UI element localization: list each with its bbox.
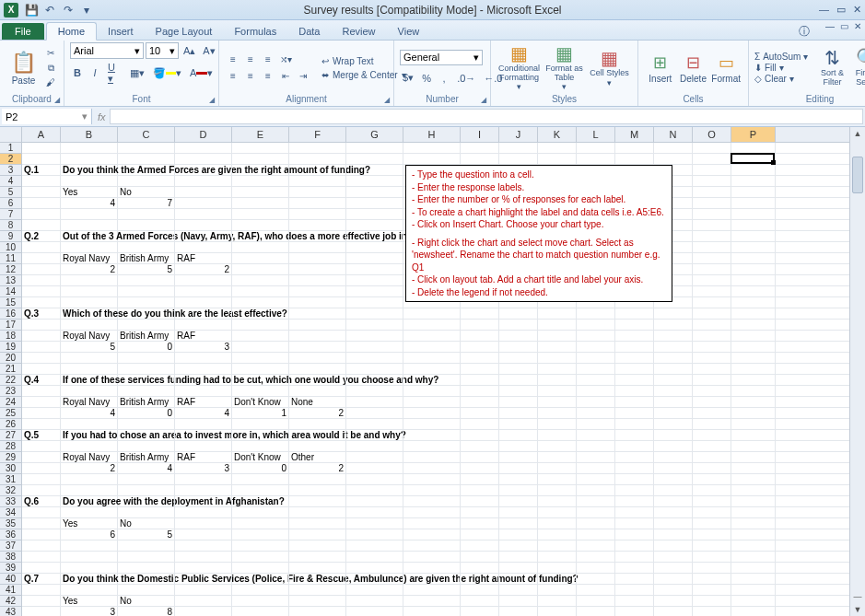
col-header-D[interactable]: D xyxy=(175,127,232,142)
row-header-23[interactable]: 23 xyxy=(0,386,21,397)
qat-customize-icon[interactable]: ▾ xyxy=(78,2,95,18)
cell-B3[interactable]: Do you think the Armed Forces are given … xyxy=(61,165,118,175)
wb-restore-button[interactable]: ▭ xyxy=(840,21,848,31)
tab-insert[interactable]: Insert xyxy=(97,23,145,40)
vertical-scrollbar[interactable]: ▲ — ▼ xyxy=(849,143,865,616)
row-header-25[interactable]: 25 xyxy=(0,408,21,419)
font-color-button[interactable]: A▾ xyxy=(187,64,216,81)
align-center-button[interactable]: ≡ xyxy=(242,69,259,84)
col-header-N[interactable]: N xyxy=(654,127,693,142)
format-painter-button[interactable]: 🖌 xyxy=(43,76,58,89)
cell-C25[interactable]: 0 xyxy=(118,408,175,418)
cell-B12[interactable]: 2 xyxy=(61,264,118,274)
number-format-select[interactable]: General▾ xyxy=(400,50,483,65)
cell-styles-button[interactable]: ▦Cell Styles▾ xyxy=(587,48,632,88)
col-header-E[interactable]: E xyxy=(232,127,289,142)
row-header-18[interactable]: 18 xyxy=(0,331,21,342)
help-icon[interactable]: ⓘ xyxy=(799,24,810,40)
scroll-down-icon[interactable]: ▼ xyxy=(850,603,865,616)
maximize-button[interactable]: ▭ xyxy=(836,4,846,16)
col-header-P[interactable]: P xyxy=(731,127,776,142)
cell-B27[interactable]: If you had to chose an area to invest mo… xyxy=(61,430,118,440)
cell-B19[interactable]: 5 xyxy=(61,342,118,352)
autosum-button[interactable]: Σ AutoSum ▾ xyxy=(754,52,814,62)
row-header-7[interactable]: 7 xyxy=(0,209,21,220)
cell-E29[interactable]: Don't Know xyxy=(232,452,289,462)
decrease-indent-button[interactable]: ⇤ xyxy=(277,69,294,84)
cell-C29[interactable]: British Army xyxy=(118,452,175,462)
cell-C6[interactable]: 7 xyxy=(118,198,175,208)
cell-B40[interactable]: Do you think the Domestic Public Service… xyxy=(61,574,118,584)
col-header-K[interactable]: K xyxy=(538,127,577,142)
increase-indent-button[interactable]: ⇥ xyxy=(295,69,311,84)
row-header-29[interactable]: 29 xyxy=(0,452,21,463)
cell-F24[interactable]: None xyxy=(289,397,346,407)
cell-B30[interactable]: 2 xyxy=(61,463,118,473)
col-header-G[interactable]: G xyxy=(346,127,403,142)
col-header-I[interactable]: I xyxy=(461,127,499,142)
wb-close-button[interactable]: ✕ xyxy=(854,21,861,31)
row-header-17[interactable]: 17 xyxy=(0,320,21,331)
cell-D11[interactable]: RAF xyxy=(175,253,232,263)
format-cells-button[interactable]: ▭Format xyxy=(709,52,742,84)
tab-file[interactable]: File xyxy=(2,23,44,40)
clipboard-launcher-icon[interactable]: ◢ xyxy=(53,95,62,104)
delete-cells-button[interactable]: ⊟Delete xyxy=(677,52,710,84)
fill-button[interactable]: ⬇ Fill ▾ xyxy=(754,63,814,73)
row-header-28[interactable]: 28 xyxy=(0,441,21,452)
align-top-button[interactable]: ≡ xyxy=(225,52,241,67)
cell-C36[interactable]: 5 xyxy=(118,529,175,540)
cell-C35[interactable]: No xyxy=(118,518,175,529)
row-header-11[interactable]: 11 xyxy=(0,253,21,264)
row-header-8[interactable]: 8 xyxy=(0,220,21,231)
cell-B29[interactable]: Royal Navy xyxy=(61,452,118,462)
row-header-32[interactable]: 32 xyxy=(0,485,21,496)
alignment-launcher-icon[interactable]: ◢ xyxy=(382,95,392,104)
row-header-38[interactable]: 38 xyxy=(0,552,21,563)
col-header-J[interactable]: J xyxy=(499,127,538,142)
cell-D29[interactable]: RAF xyxy=(175,452,232,462)
row-header-42[interactable]: 42 xyxy=(0,596,21,607)
cell-A3[interactable]: Q.1 xyxy=(22,165,61,175)
row-header-15[interactable]: 15 xyxy=(0,297,21,308)
redo-button[interactable]: ↷ xyxy=(60,2,76,18)
formula-input[interactable] xyxy=(110,109,863,124)
cell-F30[interactable]: 2 xyxy=(289,463,346,473)
cell-C42[interactable]: No xyxy=(118,596,175,606)
row-header-1[interactable]: 1 xyxy=(0,143,21,154)
cell-E30[interactable]: 0 xyxy=(232,463,289,473)
wb-minimize-button[interactable]: — xyxy=(825,21,835,31)
col-header-A[interactable]: A xyxy=(22,127,61,142)
cell-E25[interactable]: 1 xyxy=(232,408,289,418)
find-select-button[interactable]: 🔍Find & Select xyxy=(850,48,865,87)
row-header-22[interactable]: 22 xyxy=(0,375,21,386)
cell-B9[interactable]: Out of the 3 Armed Forces (Navy, Army, R… xyxy=(61,231,118,241)
cell-F29[interactable]: Other xyxy=(289,452,346,462)
row-header-39[interactable]: 39 xyxy=(0,563,21,574)
row-header-33[interactable]: 33 xyxy=(0,496,21,507)
row-header-10[interactable]: 10 xyxy=(0,242,21,253)
cell-C5[interactable]: No xyxy=(118,187,175,197)
scroll-thumb[interactable] xyxy=(852,157,863,193)
cell-B33[interactable]: Do you agree with the deployment in Afgh… xyxy=(61,496,118,506)
select-all-corner[interactable] xyxy=(0,127,22,142)
cell-B25[interactable]: 4 xyxy=(61,408,118,418)
orientation-button[interactable]: ⤭▾ xyxy=(277,52,294,67)
cell-D30[interactable]: 3 xyxy=(175,463,232,473)
cell-F25[interactable]: 2 xyxy=(289,408,346,418)
row-header-30[interactable]: 30 xyxy=(0,463,21,474)
cell-A27[interactable]: Q.5 xyxy=(22,430,61,440)
cell-A22[interactable]: Q.4 xyxy=(22,375,61,385)
row-header-21[interactable]: 21 xyxy=(0,364,21,375)
cell-B6[interactable]: 4 xyxy=(61,198,118,208)
row-header-2[interactable]: 2 xyxy=(0,154,21,165)
row-header-24[interactable]: 24 xyxy=(0,397,21,408)
insert-cells-button[interactable]: ⊞Insert xyxy=(644,52,677,84)
cell-C12[interactable]: 5 xyxy=(118,264,175,274)
row-header-6[interactable]: 6 xyxy=(0,198,21,209)
cell-B43[interactable]: 3 xyxy=(61,607,118,616)
cell-C11[interactable]: British Army xyxy=(118,253,175,263)
row-header-41[interactable]: 41 xyxy=(0,585,21,596)
col-header-L[interactable]: L xyxy=(577,127,615,142)
row-header-36[interactable]: 36 xyxy=(0,529,21,540)
